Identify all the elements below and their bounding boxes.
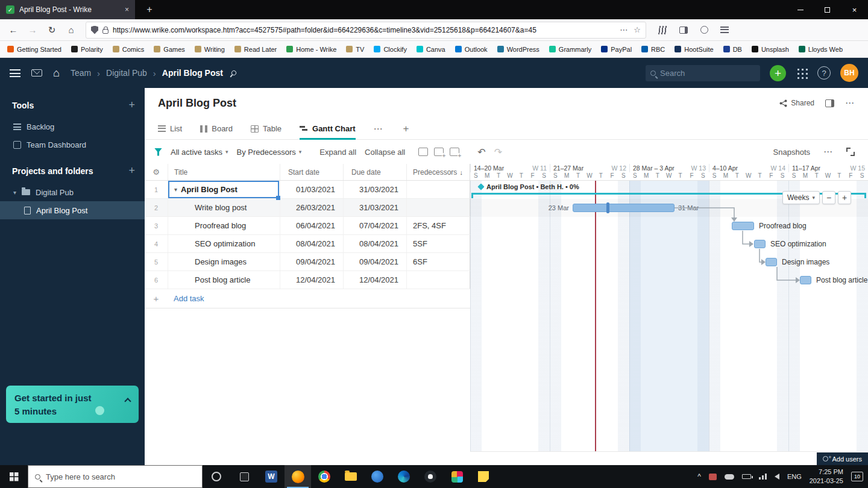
bookmark-item[interactable]: Comics bbox=[113, 46, 145, 53]
taskbar-app-file-explorer[interactable] bbox=[338, 465, 364, 488]
column-header-start-date[interactable]: Start date bbox=[280, 164, 343, 180]
table-row-write-blog-post[interactable]: 2 Write blog post 26/03/2021 31/03/2021 bbox=[145, 199, 470, 217]
taskbar-app-word[interactable]: W bbox=[258, 465, 285, 488]
tab-list[interactable]: List bbox=[158, 118, 182, 140]
tray-expand-icon[interactable]: ^ bbox=[697, 472, 701, 481]
network-icon[interactable] bbox=[759, 474, 767, 480]
due-date-cell[interactable]: 09/04/2021 bbox=[343, 253, 406, 271]
bookmark-item[interactable]: RBC bbox=[641, 46, 665, 53]
collapse-all-button[interactable]: Collapse all bbox=[365, 148, 405, 157]
shared-button[interactable]: Shared bbox=[779, 99, 814, 107]
table-row-proofread-blog[interactable]: 3 Proofread blog 06/04/2021 07/04/2021 2… bbox=[145, 217, 470, 235]
cortana-button[interactable] bbox=[203, 465, 230, 488]
bookmark-item[interactable]: Outlook bbox=[455, 46, 488, 53]
predecessors-cell[interactable] bbox=[406, 199, 470, 216]
bookmark-item[interactable]: TV bbox=[346, 46, 364, 53]
menu-icon[interactable] bbox=[716, 22, 733, 39]
taskbar-search-input[interactable] bbox=[46, 472, 195, 481]
sidebar-item-digital-pub[interactable]: ▾ Digital Pub bbox=[0, 183, 145, 201]
table-row-design-images[interactable]: 5 Design images 09/04/2021 09/04/2021 6S… bbox=[145, 253, 470, 271]
bookmark-star-icon[interactable]: ☆ bbox=[634, 25, 641, 34]
close-button[interactable]: × bbox=[841, 0, 868, 19]
home-button[interactable]: ⌂ bbox=[63, 22, 80, 39]
task-view-button[interactable] bbox=[230, 465, 258, 488]
taskbar-app-sticky-notes[interactable] bbox=[470, 465, 497, 488]
back-button[interactable]: ← bbox=[5, 22, 22, 39]
column-settings-gear-icon[interactable]: ⚙ bbox=[145, 167, 168, 177]
due-date-cell[interactable]: 12/04/2021 bbox=[343, 271, 406, 289]
forward-button[interactable]: → bbox=[24, 22, 41, 39]
undo-icon[interactable]: ↶ bbox=[477, 146, 485, 158]
filter-dropdown[interactable]: All active tasks▾ bbox=[171, 148, 228, 157]
due-date-cell[interactable]: 31/03/2021 bbox=[343, 199, 406, 216]
column-header-title[interactable]: Title bbox=[168, 164, 280, 180]
more-views-icon[interactable]: ⋯ bbox=[374, 124, 383, 134]
add-view-button[interactable]: + bbox=[403, 123, 409, 135]
table-row-post-blog-article[interactable]: 6 Post blog article 12/04/2021 12/04/202… bbox=[145, 271, 470, 289]
avatar[interactable]: BH bbox=[840, 64, 858, 82]
title-cell[interactable]: Proofread blog bbox=[168, 217, 280, 234]
url-overflow-icon[interactable]: ⋯ bbox=[620, 25, 627, 34]
baseline-icon[interactable] bbox=[418, 148, 428, 156]
tab-close-icon[interactable]: × bbox=[125, 5, 129, 14]
title-cell[interactable]: Design images bbox=[168, 253, 280, 271]
browser-tab[interactable]: ✓ April Blog Post - Wrike × bbox=[0, 0, 135, 19]
collapse-row-icon[interactable]: ▾ bbox=[174, 186, 177, 193]
bookmark-item[interactable]: Read Later bbox=[234, 46, 277, 53]
start-date-cell[interactable]: 01/03/2021 bbox=[280, 181, 343, 198]
breadcrumb-current[interactable]: April Blog Post bbox=[162, 68, 223, 78]
predecessors-cell[interactable]: 6SF bbox=[406, 253, 470, 271]
bookmark-item[interactable]: DB bbox=[723, 46, 742, 53]
sidebar-item-backlog[interactable]: Backlog bbox=[0, 117, 145, 136]
breadcrumb-team[interactable]: Team bbox=[71, 68, 91, 78]
due-date-cell[interactable]: 31/03/2021 bbox=[343, 181, 406, 198]
more-options-icon[interactable]: ⋯ bbox=[845, 98, 855, 108]
predecessors-cell[interactable] bbox=[406, 271, 470, 289]
breadcrumb-digital-pub[interactable]: Digital Pub bbox=[106, 68, 147, 78]
add-dependency-icon[interactable] bbox=[434, 148, 444, 156]
title-cell[interactable]: Post blog article bbox=[168, 271, 280, 289]
meet-now-icon[interactable] bbox=[709, 474, 717, 480]
pin-icon[interactable] bbox=[230, 69, 237, 76]
app-menu-icon[interactable] bbox=[10, 69, 20, 77]
taskbar-app-edge[interactable] bbox=[391, 465, 417, 488]
maximize-button[interactable] bbox=[814, 0, 841, 19]
taskbar-search[interactable] bbox=[28, 465, 203, 488]
language-indicator[interactable]: ENG bbox=[787, 473, 802, 480]
start-date-cell[interactable]: 09/04/2021 bbox=[280, 253, 343, 271]
bookmark-item[interactable]: Writing bbox=[195, 46, 225, 53]
bookmark-item[interactable]: WordPress bbox=[497, 46, 539, 53]
bookmark-item[interactable]: Home - Wrike bbox=[286, 46, 336, 53]
url-text[interactable]: https://www.wrike.com/workspace.htm?acc=… bbox=[113, 26, 615, 34]
add-task-row[interactable]: + Add task bbox=[145, 289, 470, 308]
bookmark-item[interactable]: HootSuite bbox=[675, 46, 713, 53]
bookmark-item[interactable]: Games bbox=[154, 46, 184, 53]
table-row-seo-optimization[interactable]: 4 SEO optimization 08/04/2021 08/04/2021… bbox=[145, 235, 470, 253]
title-cell[interactable]: ▾ April Blog Post bbox=[168, 181, 280, 198]
fullscreen-icon[interactable] bbox=[846, 148, 855, 156]
bookmark-item[interactable]: Polarity bbox=[71, 46, 103, 53]
group-by-dropdown[interactable]: By Predecessors▾ bbox=[237, 148, 302, 157]
add-users-button[interactable]: Add users bbox=[817, 452, 868, 465]
zoom-out-button[interactable]: − bbox=[822, 191, 835, 204]
bookmark-item[interactable]: Grammarly bbox=[549, 46, 591, 53]
library-icon[interactable] bbox=[655, 22, 671, 39]
snapshots-button[interactable]: Snapshots bbox=[773, 148, 810, 157]
title-cell[interactable]: SEO optimization bbox=[168, 235, 280, 252]
toolbar-more-icon[interactable]: ⋯ bbox=[823, 146, 833, 157]
new-tab-button[interactable]: + bbox=[141, 4, 158, 15]
due-date-cell[interactable]: 08/04/2021 bbox=[343, 235, 406, 252]
add-project-button[interactable]: + bbox=[128, 164, 135, 177]
sidebar-item-april-blog-post[interactable]: April Blog Post bbox=[0, 201, 145, 219]
predecessors-cell[interactable]: 5SF bbox=[406, 235, 470, 252]
bookmark-item[interactable]: Canva bbox=[417, 46, 445, 53]
column-header-due-date[interactable]: Due date bbox=[343, 164, 406, 180]
apps-grid-icon[interactable] bbox=[796, 67, 808, 79]
bookmark-item[interactable]: Clockify bbox=[374, 46, 407, 53]
bookmark-item[interactable]: Lloyds Web bbox=[799, 46, 843, 53]
table-row-april-blog-post[interactable]: 1 ▾ April Blog Post 01/03/2021 31/03/202… bbox=[145, 181, 470, 199]
redo-icon[interactable]: ↷ bbox=[494, 146, 502, 158]
start-button[interactable] bbox=[0, 465, 28, 488]
zoom-in-button[interactable]: + bbox=[838, 191, 851, 204]
taskbar-app-firefox[interactable] bbox=[285, 465, 311, 488]
